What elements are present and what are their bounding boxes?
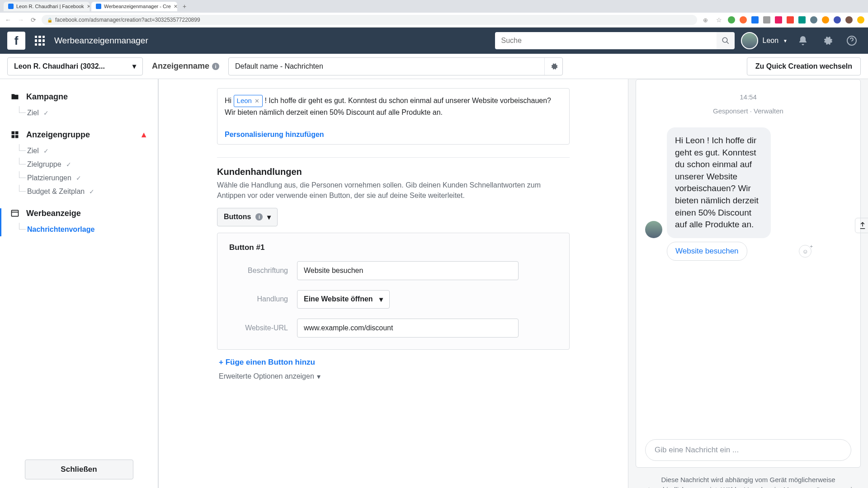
extension-icon[interactable] (798, 16, 806, 23)
section-title: Kundenhandlungen (217, 167, 570, 177)
user-menu[interactable]: Leon ▼ (741, 32, 788, 49)
notifications-icon[interactable] (794, 32, 812, 50)
extension-icon[interactable] (728, 16, 735, 23)
search-button[interactable] (717, 32, 735, 49)
favicon-icon (96, 4, 101, 9)
caption-input[interactable] (297, 261, 519, 280)
check-icon: ✓ (66, 161, 71, 168)
browser-tab[interactable]: Leon R. Chaudhari | Facebook ✕ (4, 2, 90, 11)
add-personalization-link[interactable]: Personalisierung hinzufügen (217, 124, 569, 140)
action-dropdown[interactable]: Eine Website öffnen ▾ (297, 290, 390, 309)
preview-bubble: Hi Leon ! Ich hoffe dir geht es gut. Kon… (667, 127, 771, 238)
url-input[interactable] (297, 319, 519, 338)
message-text-box[interactable]: Hi Leon ✕ ! Ich hoffe dir geht es gut. K… (217, 89, 569, 124)
sidebar-item-ziel[interactable]: Ziel ✓ (27, 106, 148, 120)
extension-icon[interactable] (763, 16, 770, 23)
preview-cta-button[interactable]: Website besuchen (667, 242, 747, 261)
sidebar-head-campaign[interactable]: Kampagne (10, 92, 148, 102)
sidebar-item-zielgruppe[interactable]: Zielgruppe ✓ (27, 158, 148, 171)
field-caption: Beschriftung (229, 261, 557, 280)
gear-icon[interactable] (544, 58, 562, 75)
personalization-tag[interactable]: Leon ✕ (234, 95, 263, 107)
account-dropdown[interactable]: Leon R. Chaudhari (3032... ▾ (7, 57, 143, 75)
extension-icon[interactable] (822, 16, 829, 23)
back-button[interactable]: ← (4, 16, 13, 23)
info-icon[interactable]: i (255, 213, 263, 221)
reload-button[interactable]: ⟳ (29, 16, 38, 23)
sub-header: Leon R. Chaudhari (3032... ▾ Anzeigennam… (0, 54, 868, 79)
star-icon[interactable]: ☆ (714, 16, 723, 23)
preview-sponsored: Gesponsert · Verwalten (645, 107, 851, 115)
preview-message-input[interactable]: Gib eine Nachricht ein ... (645, 439, 851, 461)
check-icon: ✓ (43, 109, 49, 117)
extension-icon[interactable] (751, 16, 759, 23)
sidebar-footer: Schließen (0, 450, 158, 488)
preview-time: 14:54 (645, 93, 851, 101)
help-icon[interactable] (843, 32, 861, 50)
sidebar-head-ad[interactable]: Werbeanzeige (10, 208, 148, 218)
extension-icon[interactable] (740, 16, 747, 23)
label-caption: Beschriftung (229, 267, 288, 275)
user-name: Leon (763, 37, 779, 45)
close-button[interactable]: Schließen (25, 460, 133, 479)
advanced-options-link[interactable]: Erweiterte Optionen anzeigen ▾ (217, 371, 322, 383)
settings-icon[interactable] (818, 32, 836, 50)
preview-frame: 14:54 Gesponsert · Verwalten Hi Leon ! I… (636, 79, 861, 468)
tab-strip: Leon R. Chaudhari | Facebook ✕ Werbeanze… (0, 0, 868, 13)
chevron-down-icon: ▾ (379, 295, 383, 304)
grid-icon (10, 130, 20, 140)
buttons-dropdown[interactable]: Buttons i ▾ (217, 208, 278, 226)
avatar (741, 32, 758, 49)
sidebar-item-platzierungen[interactable]: Platzierungen ✓ (27, 171, 148, 185)
close-icon[interactable]: ✕ (87, 4, 90, 9)
sidebar-item-label: Zielgruppe (27, 160, 61, 169)
browser-tab[interactable]: Werbeanzeigenmanager - Cre ✕ (91, 2, 177, 11)
share-icon[interactable] (855, 218, 868, 233)
button-card-title: Button #1 (229, 243, 557, 252)
lock-icon: 🔒 (47, 18, 52, 23)
facebook-logo-icon[interactable]: f (7, 32, 25, 50)
add-button-link[interactable]: + Füge einen Button hinzu (217, 350, 317, 371)
extension-icon[interactable] (834, 16, 841, 23)
url-bar[interactable]: 🔒 facebook.com/adsmanager/creation?act=3… (42, 15, 697, 25)
emoji-reaction-icon[interactable]: ☺ (799, 245, 811, 258)
search-input[interactable] (495, 32, 717, 49)
extension-icon[interactable] (775, 16, 782, 23)
extension-icon[interactable] (857, 16, 864, 23)
preview-column: 14:54 Gesponsert · Verwalten Hi Leon ! I… (628, 79, 868, 488)
close-icon[interactable]: ✕ (174, 4, 177, 9)
svg-rect-5 (12, 135, 15, 138)
editor-column: Hi Leon ✕ ! Ich hoffe dir geht es gut. K… (158, 79, 628, 488)
new-tab-button[interactable]: + (179, 3, 190, 10)
url-text: facebook.com/adsmanager/creation?act=303… (55, 17, 200, 23)
account-label: Leon R. Chaudhari (3032... (14, 62, 105, 70)
sidebar-section-ad: Werbeanzeige Nachrichtenvorlage (0, 208, 158, 236)
label-url: Website-URL (229, 324, 288, 332)
extension-icon[interactable] (787, 16, 794, 23)
ad-icon (10, 208, 20, 218)
info-icon[interactable]: i (212, 63, 219, 70)
forward-button[interactable]: → (16, 16, 25, 23)
apps-grid-icon[interactable] (32, 33, 48, 49)
extension-icon[interactable] (810, 16, 817, 23)
preview-disclaimer: Diese Nachricht wird abhängig vom Gerät … (636, 468, 861, 488)
quick-creation-button[interactable]: Zu Quick Creation wechseln (747, 57, 861, 75)
sidebar-item-ziel[interactable]: Ziel ✓ (27, 144, 148, 158)
chevron-down-icon: ▾ (317, 372, 321, 381)
chevron-down-icon: ▾ (132, 62, 136, 70)
message-editor: Hi Leon ✕ ! Ich hoffe dir geht es gut. K… (217, 88, 570, 145)
sidebar-item-budget[interactable]: Budget & Zeitplan ✓ (27, 185, 148, 198)
ad-name-input[interactable] (229, 62, 544, 70)
extension-icon[interactable] (845, 16, 853, 23)
sidebar-item-nachrichtenvorlage[interactable]: Nachrichtenvorlage (27, 223, 148, 236)
remove-tag-icon[interactable]: ✕ (255, 97, 259, 106)
sidebar-head-adset[interactable]: Anzeigengruppe ▲ (10, 130, 148, 140)
warning-icon: ▲ (140, 130, 148, 140)
svg-rect-3 (12, 131, 15, 135)
search-icon (722, 37, 730, 45)
check-icon: ✓ (43, 147, 49, 155)
preview-message-wrap: Hi Leon ! Ich hoffe dir geht es gut. Kon… (645, 127, 851, 261)
divider (217, 157, 570, 158)
zoom-icon[interactable]: ⊕ (701, 17, 710, 23)
avatar (645, 221, 662, 238)
